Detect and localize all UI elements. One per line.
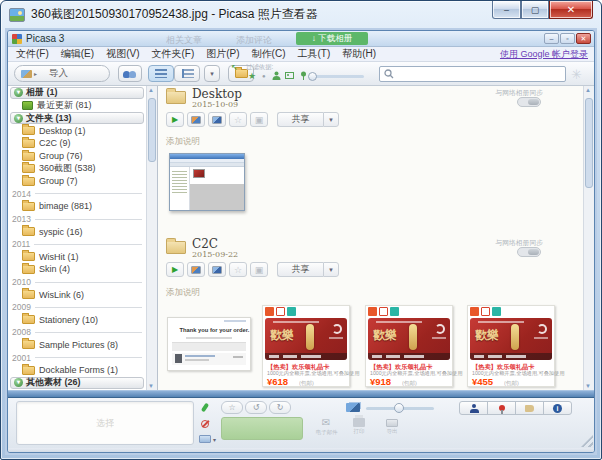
maximize-button[interactable]: ▢ [521,1,549,19]
email-button[interactable]: ✉ 电子邮件 [311,417,341,440]
thumbnail-giftcard-2[interactable]: 歡樂 【热卖】欢乐颂礼品卡 1000元内全额开票,全场通用,可叠加使用 ¥918… [365,305,453,387]
share-dropdown[interactable]: ▼ [323,262,339,277]
collapse-icon[interactable]: ▾ [14,114,23,123]
sidebar-item-wislink[interactable]: WisLink (6) [8,288,146,301]
sidebar-item-c2c[interactable]: C2C (9) [8,137,146,150]
people-view-button[interactable] [118,65,142,82]
rotate-right-button[interactable]: ↻ [269,401,291,414]
save-button[interactable]: ▣ [250,112,268,127]
thumbnail-giftcard-1[interactable]: 歡樂 【热卖】欢乐颂礼品卡 1000元内全额开票,全场通用,可叠加使用 ¥618… [262,305,350,387]
sidebar-item-360shots[interactable]: 360截图 (538) [8,162,146,175]
share-button[interactable]: 共享 [277,262,323,277]
resize-grip[interactable] [581,435,593,447]
sidebar-item-stationery[interactable]: Stationery (10) [8,314,146,327]
rotate-left-button[interactable]: ↺ [245,401,267,414]
sidebar-item-group76[interactable]: Group (76) [8,150,146,163]
sidebar-item-syspic[interactable]: syspic (16) [8,225,146,238]
filter-photos-icon[interactable] [285,71,294,82]
star-button[interactable]: ☆ [229,262,247,277]
clear-tray-icon[interactable] [201,420,209,428]
sidebar-scrollbar[interactable]: ▲ ▼ [146,86,157,390]
filter-slider-thumb[interactable] [308,72,317,81]
tree-view-button[interactable] [174,65,200,82]
picasa-maximize-button[interactable]: ▫ [560,33,575,44]
sidebar-item-bimage[interactable]: bimage (881) [8,200,146,213]
star-button[interactable]: ☆ [229,112,247,127]
sidebar-item-dockable-forms[interactable]: Dockable Forms (1) [8,364,146,377]
picasa-titlebar[interactable]: Picasa 3 相关文章 添加评论 ↓ 下载相册 ‒ ▫ ✕ [8,31,594,47]
movie-button[interactable] [208,112,226,127]
scroll-down-icon[interactable]: ▼ [585,383,591,389]
google-account-signin-link[interactable]: 使用 Google 帐户登录 [500,48,588,61]
tags-pane-button[interactable] [515,401,544,415]
sidebar-item-sample-pictures[interactable]: Sample Pictures (8) [8,339,146,352]
close-button[interactable]: ✕ [549,1,593,19]
save-button[interactable]: ▣ [250,262,268,277]
sidebar-item-wishit[interactable]: WisHit (1) [8,251,146,264]
filter-faces-icon[interactable] [272,71,281,82]
menu-picture[interactable]: 图片(P) [200,47,245,61]
slideshow-button[interactable]: ▶ [166,262,184,277]
sidebar-header-folders[interactable]: ▾文件夹 (13) [8,112,146,125]
caption-placeholder[interactable]: 添加说明 [166,287,200,299]
menu-folder[interactable]: 文件夹(F) [145,47,200,61]
print-button[interactable]: 打印 [344,417,374,439]
menu-help[interactable]: 帮助(H) [336,47,382,61]
share-upload-button[interactable] [221,417,303,440]
collapse-icon[interactable]: ▾ [14,88,23,97]
main-scrollbar[interactable]: ▲ ▼ [583,86,594,390]
scrollbar-thumb[interactable] [148,98,156,162]
star-toggle-button[interactable]: ☆ [221,401,243,414]
group-title[interactable]: C2C [192,237,218,251]
scrollbar-thumb[interactable] [585,98,593,188]
sync-toggle[interactable] [517,97,541,107]
sidebar-item-skin[interactable]: Skin (4) [8,263,146,276]
view-options-dropdown[interactable]: ▾ [204,65,220,82]
sidebar-item-desktop[interactable]: Desktop (1) [8,125,146,138]
sidebar-item-group7[interactable]: Group (7) [8,175,146,188]
import-button[interactable]: ▸ 导入 [14,65,110,82]
collage-button[interactable] [187,262,205,277]
thumbnail-order-doc[interactable]: Thank you for your order. [167,317,251,371]
menu-view[interactable]: 视图(V) [100,47,145,61]
menu-create[interactable]: 制作(C) [246,47,292,61]
hold-pin-icon[interactable] [201,403,209,413]
thumbnail-giftcard-3[interactable]: 歡樂 【热卖】欢乐颂礼品卡 1000元内全额开票,全场通用,可叠加使用 ¥455… [467,305,555,387]
picasa-close-button[interactable]: ✕ [576,33,591,44]
sidebar-header-albums[interactable]: ▾相册 (1) [8,86,146,99]
filter-geotag-icon[interactable] [299,71,308,83]
caption-placeholder[interactable]: 添加说明 [166,136,200,148]
sync-toggle[interactable] [517,247,541,257]
menu-tools[interactable]: 工具(T) [291,47,336,61]
search-input[interactable] [394,69,561,79]
share-button[interactable]: 共享 [277,112,323,127]
photo-tray[interactable]: 选择 [16,401,194,445]
menu-edit[interactable]: 编辑(E) [55,47,100,61]
people-pane-button[interactable] [459,401,488,415]
collage-button[interactable] [187,112,205,127]
thumbnail-zoom-slider[interactable] [366,407,434,410]
flat-view-button[interactable] [148,65,174,82]
add-to-album-icon[interactable] [199,435,211,443]
menu-file[interactable]: 文件(F) [10,47,55,61]
filter-date-slider[interactable] [308,75,364,78]
sidebar-header-other[interactable]: ▾其他素材 (26) [8,376,146,389]
slideshow-button[interactable]: ▶ [166,112,184,127]
outer-titlebar[interactable]: 360截图20150930170952438.jpg - Picasa 照片查看… [1,1,601,28]
thumbnail-screenshot[interactable] [166,148,250,218]
share-dropdown[interactable]: ▼ [323,112,339,127]
minimize-button[interactable]: ‒ [492,1,521,19]
places-pane-button[interactable] [487,401,516,415]
filter-dot-icon[interactable]: ● [262,71,266,81]
info-pane-button[interactable]: i [543,401,572,415]
scroll-down-icon[interactable]: ▼ [148,383,154,389]
movie-button[interactable] [208,262,226,277]
sidebar-item-recent[interactable]: 最近更新 (81) [8,99,146,112]
filter-starred-icon[interactable]: ★ [248,71,256,81]
zoom-slider-thumb[interactable] [394,403,404,413]
scroll-up-icon[interactable]: ▲ [585,87,591,93]
scroll-up-icon[interactable]: ▲ [148,87,154,93]
picasa-minimize-button[interactable]: ‒ [544,33,559,44]
collapse-icon[interactable]: ▾ [14,378,23,387]
export-button[interactable]: 导出 [377,417,407,439]
